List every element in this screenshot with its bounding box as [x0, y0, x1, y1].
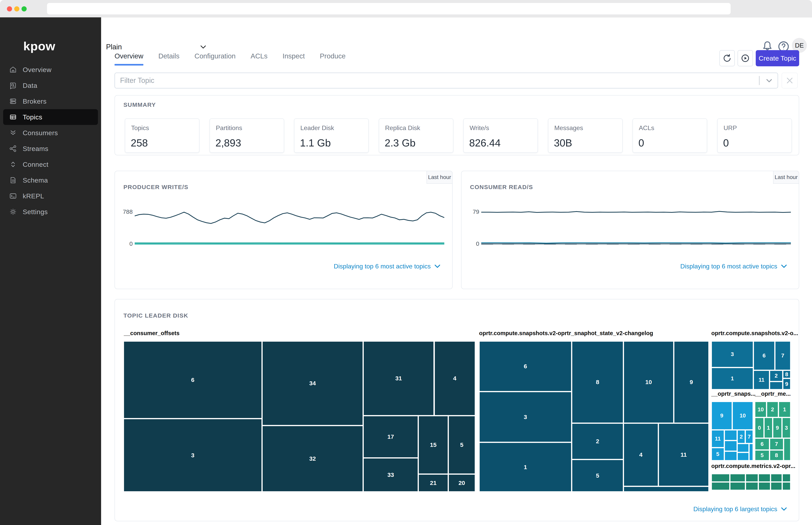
sidebar-item-schema[interactable]: Schema [3, 172, 98, 188]
treemap-cell[interactable] [730, 474, 745, 482]
displaying-top-largest-topics-link[interactable]: Displaying top 6 largest topics [693, 505, 788, 513]
treemap-cell[interactable] [745, 474, 758, 482]
treemap-cell[interactable]: 17 [363, 416, 418, 458]
treemap-cell[interactable]: 5 [755, 450, 770, 461]
treemap-cell[interactable]: 11 [659, 423, 709, 486]
treemap-cell[interactable]: 5 [448, 416, 475, 474]
sidebar-item-krepl[interactable]: kREPL [3, 188, 98, 204]
treemap-cell[interactable]: 3 [711, 341, 753, 368]
treemap-cell[interactable] [770, 381, 783, 390]
displaying-top-active-topics-link[interactable]: Displaying top 6 most active topics [334, 262, 441, 270]
time-range-selector[interactable]: Last hour [427, 171, 453, 184]
filter-topic-input[interactable] [115, 76, 759, 85]
treemap-cell[interactable]: 3 [479, 392, 572, 442]
time-range-selector[interactable]: Last hour [773, 171, 799, 184]
treemap-cell[interactable]: 6 [479, 341, 572, 392]
treemap-cell[interactable]: 5 [711, 448, 724, 461]
sidebar-item-brokers[interactable]: Brokers [3, 93, 98, 109]
treemap-cell[interactable] [623, 486, 709, 492]
treemap-cell[interactable]: 9 [711, 402, 732, 430]
treemap-cell[interactable]: 8 [572, 341, 623, 423]
treemap-cell[interactable] [730, 482, 745, 490]
treemap-cell[interactable]: 2 [572, 423, 623, 459]
minimize-window-button[interactable] [14, 6, 19, 12]
refresh-button[interactable] [719, 50, 735, 66]
treemap-cell[interactable] [770, 482, 782, 490]
sidebar-item-consumers[interactable]: Consumers [3, 125, 98, 141]
treemap-cell[interactable]: 6 [123, 341, 262, 419]
treemap-cell[interactable]: 7 [770, 438, 784, 450]
tab-acls[interactable]: ACLs [251, 52, 268, 65]
treemap-cell[interactable]: 2 [770, 370, 783, 382]
treemap-cell[interactable]: 32 [262, 425, 363, 492]
sidebar-item-settings[interactable]: Settings [3, 204, 98, 220]
treemap-cell[interactable]: 9 [783, 378, 791, 390]
sidebar-item-connect[interactable]: Connect [3, 156, 98, 172]
create-topic-button[interactable]: Create Topic [756, 50, 799, 66]
treemap-cell[interactable]: 9 [674, 341, 709, 423]
treemap-cell[interactable] [770, 474, 782, 482]
treemap-cell[interactable] [737, 452, 749, 461]
treemap-cell[interactable]: 34 [262, 341, 363, 425]
treemap-cell[interactable]: 1 [479, 442, 572, 492]
treemap-cell[interactable] [711, 482, 730, 490]
treemap-cell[interactable]: 6 [755, 438, 770, 450]
sidebar-item-streams[interactable]: Streams [3, 141, 98, 156]
treemap-cell[interactable]: 4 [434, 341, 475, 416]
treemap-cell[interactable] [782, 474, 791, 482]
tab-details[interactable]: Details [158, 52, 179, 65]
treemap-cell[interactable]: 6 [753, 341, 775, 370]
treemap-cell[interactable]: 7 [775, 341, 791, 370]
treemap-cell[interactable]: 3 [782, 417, 791, 438]
treemap-cell[interactable]: 15 [418, 416, 448, 474]
sidebar-item-overview[interactable]: Overview [3, 62, 98, 78]
treemap-cell[interactable] [711, 474, 730, 482]
filter-dropdown-chevron-icon[interactable] [765, 76, 774, 85]
treemap-cell[interactable] [737, 444, 749, 452]
treemap-cell[interactable]: 4 [623, 423, 659, 486]
treemap-cell[interactable] [784, 438, 791, 461]
treemap-cell[interactable]: 10 [755, 402, 767, 417]
treemap-cell[interactable]: 2 [767, 402, 779, 417]
treemap-cell[interactable]: 0 [755, 417, 764, 438]
treemap-cell[interactable]: 10 [732, 402, 753, 430]
treemap-cell[interactable] [758, 482, 770, 490]
treemap-cell[interactable]: 8 [770, 450, 784, 461]
treemap-cell[interactable]: 7 [745, 430, 753, 444]
sidebar-item-topics[interactable]: Topics [3, 109, 98, 125]
sidebar-item-data[interactable]: Data [3, 78, 98, 93]
treemap-cell[interactable]: 10 [623, 341, 674, 423]
treemap-cell[interactable]: 33 [363, 458, 418, 492]
treemap-cell[interactable]: 31 [363, 341, 434, 416]
treemap-cell[interactable] [724, 451, 737, 461]
displaying-top-active-topics-link[interactable]: Displaying top 6 most active topics [680, 262, 788, 270]
treemap-cell[interactable]: 5 [572, 460, 623, 492]
treemap-cell[interactable] [724, 430, 737, 440]
treemap-cell[interactable]: 1 [779, 402, 791, 417]
treemap-cell[interactable] [749, 444, 753, 461]
treemap-cell[interactable]: 1 [711, 368, 753, 390]
treemap-cell[interactable] [745, 482, 758, 490]
treemap-cell[interactable]: 1 [764, 417, 773, 438]
treemap-cell[interactable]: 2 [737, 430, 745, 444]
address-bar[interactable] [47, 3, 730, 14]
tab-inspect[interactable]: Inspect [283, 52, 305, 65]
replay-button[interactable] [738, 50, 753, 66]
tab-configuration[interactable]: Configuration [194, 52, 236, 65]
zoom-window-button[interactable] [21, 6, 27, 12]
treemap-cell[interactable]: 3 [123, 419, 262, 492]
close-window-button[interactable] [7, 6, 12, 12]
tab-overview[interactable]: Overview [115, 52, 143, 65]
treemap-cell[interactable]: 8 [783, 370, 791, 378]
clear-filter-button[interactable] [782, 73, 798, 88]
tab-produce[interactable]: Produce [320, 52, 345, 65]
treemap-cell[interactable] [724, 440, 737, 451]
treemap-cell[interactable]: 11 [711, 430, 724, 448]
treemap-cell[interactable] [758, 474, 770, 482]
treemap-cell[interactable]: 11 [753, 370, 770, 390]
treemap-cell[interactable]: 20 [448, 474, 475, 492]
main-content: Plain DE Overview Details Configuration … [101, 17, 812, 525]
treemap-cell[interactable]: 21 [418, 474, 448, 492]
treemap-cell[interactable] [782, 482, 791, 490]
treemap-cell[interactable]: 9 [773, 417, 782, 438]
